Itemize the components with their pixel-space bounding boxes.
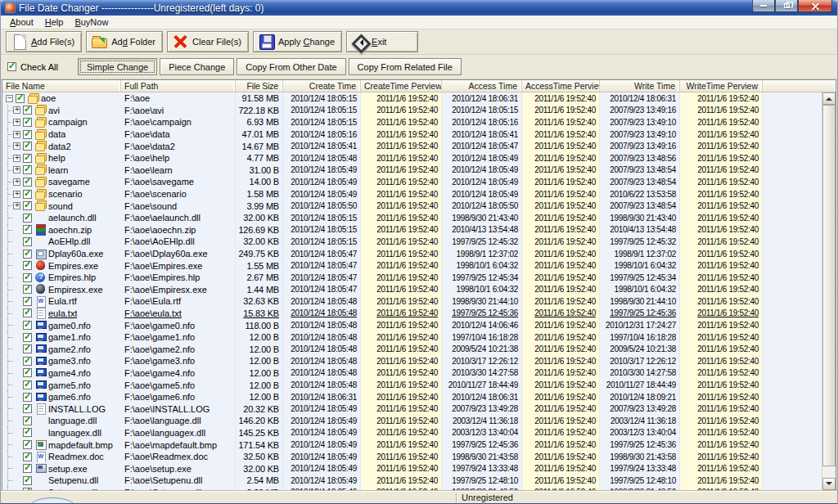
table-row[interactable]: game5.nfo F:\aoe\game5.nfo 12.00 B 2010/… [2, 379, 822, 391]
table-row[interactable]: scenario F:\aoe\scenario 1.58 MB 2010/12… [2, 188, 822, 200]
tab-piece-change[interactable]: Piece Change [160, 58, 234, 75]
column-header-create-time[interactable]: Create Time [283, 80, 361, 92]
table-row[interactable]: game0.nfo F:\aoe\game0.nfo 118.00 B 2010… [2, 319, 822, 331]
table-row[interactable]: help F:\aoe\help 4.77 MB 2010/12/4 18:05… [2, 152, 822, 164]
row-checkbox[interactable] [23, 416, 32, 425]
close-button[interactable] [798, 0, 832, 12]
tree-expander[interactable] [13, 142, 20, 150]
column-header-access-time[interactable]: Access Time [442, 80, 522, 92]
apply-change-button[interactable]: Apply Change [253, 31, 342, 52]
tree-expander[interactable] [13, 178, 20, 186]
table-row[interactable]: game4.nfo F:\aoe\game4.nfo 12.00 B 2010/… [2, 367, 822, 380]
table-row[interactable]: Empiresx.exe F:\aoe\Empiresx.exe 1.44 MB… [2, 284, 822, 296]
check-all-checkbox[interactable] [7, 62, 16, 71]
row-checkbox[interactable] [23, 452, 32, 461]
restore-button[interactable] [775, 0, 798, 12]
table-row[interactable]: setup.exe F:\aoe\setup.exe 32.00 KB 2010… [2, 462, 822, 475]
table-row[interactable]: learn F:\aoe\learn 31.00 B 2010/12/4 18:… [2, 164, 822, 177]
title-bar[interactable]: File Date Changer ----------------Unregi… [1, 0, 837, 16]
row-checkbox[interactable] [23, 297, 32, 306]
tree-expander[interactable] [13, 191, 20, 198]
table-row[interactable]: aoe F:\aoe 91.58 MB 2010/12/4 18:05:15 2… [2, 92, 822, 105]
exit-button[interactable]: Exit [346, 31, 418, 52]
row-checkbox[interactable] [23, 237, 32, 246]
column-header-file-name[interactable]: File Name [2, 80, 121, 92]
table-row[interactable]: sound F:\aoe\sound 3.99 MB 2010/12/4 18:… [2, 200, 822, 212]
column-header-createtime-perview[interactable]: CreateTime Perview [361, 80, 442, 92]
row-checkbox[interactable] [23, 344, 32, 353]
vertical-scrollbar[interactable] [822, 92, 836, 490]
row-checkbox[interactable] [23, 225, 32, 234]
row-checkbox[interactable] [23, 154, 32, 163]
row-checkbox[interactable] [23, 308, 32, 317]
row-checkbox[interactable] [23, 357, 32, 366]
table-row[interactable]: campaign F:\aoe\campaign 6.93 MB 2010/12… [2, 116, 822, 128]
row-checkbox[interactable] [23, 464, 32, 473]
row-checkbox[interactable] [23, 165, 32, 174]
add-file-s-button[interactable]: Add File(s) [6, 31, 82, 52]
row-checkbox[interactable] [23, 368, 32, 377]
table-row[interactable]: data2 F:\aoe\data2 14.67 MB 2010/12/4 18… [2, 140, 822, 152]
table-row[interactable]: eula.txt F:\aoe\eula.txt 15.83 KB 2010/1… [2, 308, 822, 320]
table-row[interactable]: aoechn.zip F:\aoe\aoechn.zip 126.69 KB 2… [2, 224, 822, 236]
row-checkbox[interactable] [23, 261, 32, 270]
menu-item-about[interactable]: About [4, 16, 39, 29]
table-row[interactable]: INSTALL.LOG F:\aoe\INSTALL.LOG 20.32 KB … [2, 403, 822, 415]
row-checkbox[interactable] [23, 393, 32, 402]
table-row[interactable]: language.dll F:\aoe\language.dll 146.20 … [2, 415, 822, 427]
table-row[interactable]: game3.nfo F:\aoe\game3.nfo 12.00 B 2010/… [2, 355, 822, 367]
scroll-up-button[interactable] [822, 92, 836, 105]
tree-expander[interactable] [13, 119, 20, 126]
tree-expander[interactable] [13, 106, 20, 114]
table-row[interactable]: aelaunch.dll F:\aoe\aelaunch.dll 32.00 K… [2, 212, 822, 224]
menu-item-buynow[interactable]: BuyNow [69, 16, 114, 29]
row-checkbox[interactable] [23, 440, 32, 449]
add-folder-button[interactable]: Add Folder [86, 31, 163, 52]
row-checkbox[interactable] [23, 190, 32, 199]
row-checkbox[interactable] [23, 333, 32, 342]
table-row[interactable]: game2.nfo F:\aoe\game2.nfo 12.00 B 2010/… [2, 343, 822, 355]
table-row[interactable]: avi F:\aoe\avi 722.18 KB 2010/12/4 18:05… [2, 105, 822, 117]
row-checkbox[interactable] [23, 118, 32, 127]
tab-copy-from-related-file[interactable]: Copy From Related File [349, 58, 462, 75]
row-checkbox[interactable] [23, 476, 32, 485]
tree-expander[interactable] [6, 95, 13, 102]
table-row[interactable]: Empires.hlp F:\aoe\Empires.hlp 2.67 MB 2… [2, 272, 822, 284]
column-header-writetime-perview[interactable]: WriteTime Perview [680, 80, 763, 92]
row-checkbox[interactable] [23, 201, 32, 210]
row-checkbox[interactable] [23, 178, 32, 187]
table-row[interactable]: AoEHlp.dll F:\aoe\AoEHlp.dll 32.00 KB 20… [2, 236, 822, 248]
column-header-accesstime-perview[interactable]: AccessTime Perview [522, 80, 600, 92]
table-row[interactable]: languagex.dll F:\aoe\languagex.dll 145.2… [2, 427, 822, 439]
tab-copy-from-other-date[interactable]: Copy From Other Date [237, 58, 345, 75]
row-checkbox[interactable] [23, 285, 32, 294]
table-row[interactable]: Dplay60a.exe F:\aoe\Dplay60a.exe 249.75 … [2, 248, 822, 260]
column-header-write-time[interactable]: Write Time [600, 80, 680, 92]
column-header-file-size[interactable]: File Size [236, 80, 283, 92]
table-row[interactable]: Eula.rtf F:\aoe\Eula.rtf 32.63 KB 2010/1… [2, 295, 822, 308]
tree-expander[interactable] [13, 166, 20, 173]
check-all[interactable]: Check All [7, 62, 78, 72]
table-row[interactable]: game6.nfo F:\aoe\game6.nfo 12.00 B 2010/… [2, 391, 822, 403]
row-checkbox[interactable] [23, 428, 32, 437]
row-checkbox[interactable] [23, 250, 32, 259]
row-checkbox[interactable] [23, 404, 32, 413]
table-row[interactable]: savegame F:\aoe\savegame 14.00 B 2010/12… [2, 176, 822, 188]
row-checkbox[interactable] [23, 142, 32, 151]
row-checkbox[interactable] [23, 214, 32, 223]
table-row[interactable]: Empires.exe F:\aoe\Empires.exe 1.55 MB 2… [2, 259, 822, 272]
table-row[interactable]: Setupexp.dll F:\aoe\Setupexp.dll 2.29 MB… [2, 487, 822, 490]
table-row[interactable]: Readmex.doc F:\aoe\Readmex.doc 32.50 KB … [2, 451, 822, 463]
tree-expander[interactable] [13, 131, 20, 138]
table-row[interactable]: Setupenu.dll F:\aoe\Setupenu.dll 2.54 MB… [2, 475, 822, 487]
row-checkbox[interactable] [23, 380, 32, 389]
scroll-down-button[interactable] [822, 478, 836, 490]
scrollbar-thumb[interactable] [822, 105, 836, 466]
tab-simple-change[interactable]: Simple Change [78, 58, 157, 75]
column-header-full-path[interactable]: Full Path [121, 80, 236, 92]
row-checkbox[interactable] [23, 106, 32, 115]
row-checkbox[interactable] [16, 94, 25, 103]
tree-expander[interactable] [13, 155, 20, 162]
table-row[interactable]: game1.nfo F:\aoe\game1.nfo 12.00 B 2010/… [2, 331, 822, 344]
clear-file-s-button[interactable]: Clear File(s) [167, 31, 249, 52]
